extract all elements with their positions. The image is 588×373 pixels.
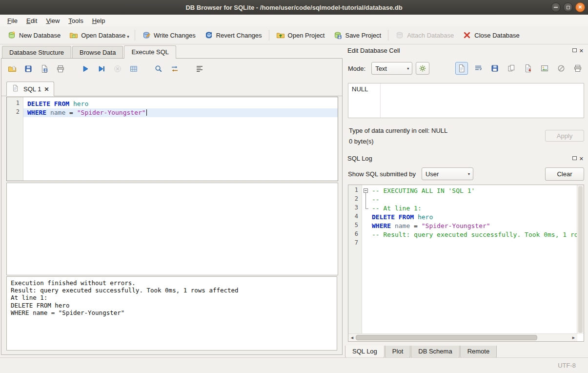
fold-marker[interactable] (362, 186, 369, 195)
scroll-right-icon[interactable] (570, 336, 577, 340)
output-line: DELETE FROM hero (11, 302, 333, 309)
fold-marker (362, 195, 369, 204)
export-button[interactable] (522, 62, 534, 75)
code-token: -- Result: query executed successfully. … (372, 231, 577, 238)
editor-line-gutter: 12 (7, 97, 23, 181)
line-number: 2 (348, 195, 362, 204)
cell-mode-row: Mode: Text (348, 62, 584, 75)
minimize-icon[interactable] (551, 2, 561, 12)
sql-log-view[interactable]: 1234567 -- EXECUTING ALL IN 'SQL 1'---- … (348, 185, 584, 342)
scrollbar-thumb[interactable] (578, 186, 583, 333)
close-database-icon (463, 31, 471, 40)
encoding-indicator[interactable]: UTF-8 (558, 362, 576, 369)
results-grid[interactable] (6, 183, 338, 275)
sql-doc-tab-label: SQL 1 (23, 85, 41, 93)
cell-edit-area[interactable] (381, 83, 584, 118)
open-database-button[interactable]: Open Database (65, 28, 130, 42)
vertical-scrollbar[interactable] (577, 185, 584, 334)
export-icon (524, 64, 532, 73)
set-null-button[interactable] (555, 62, 568, 75)
submitter-select-value: User (426, 170, 439, 178)
sql-doc-tab[interactable]: SQL 1 (6, 82, 54, 96)
sql-editor[interactable]: 12 DELETE FROM heroWHERE name = "Spider-… (6, 97, 338, 181)
edit-cell-header: Edit Database Cell (345, 45, 586, 55)
replace-button[interactable] (169, 63, 181, 75)
toolbar-button-label: Open Database (81, 32, 125, 39)
open-sql-file-icon (8, 64, 17, 73)
clear-button[interactable]: Clear (545, 167, 584, 181)
execute-current-line-icon (97, 64, 106, 73)
fold-marker (362, 222, 369, 230)
horizontal-scrollbar[interactable] (348, 333, 577, 341)
text-mode-button[interactable] (455, 62, 468, 75)
close-dock-icon[interactable] (579, 47, 584, 54)
sql-log-header: SQL Log (345, 153, 586, 163)
save-sql-file-button[interactable] (22, 63, 34, 75)
mode-select[interactable]: Text (371, 62, 412, 75)
open-database-dropdown-arrow[interactable] (127, 30, 132, 40)
cell-action-icons (455, 62, 584, 75)
tab-database-structure[interactable]: Database Structure (2, 46, 71, 58)
menu-help[interactable]: Help (88, 16, 110, 26)
editor-code-area[interactable]: DELETE FROM heroWHERE name = "Spider-You… (23, 97, 338, 181)
print-icon (56, 64, 65, 73)
word-wrap-button[interactable] (472, 62, 485, 75)
find-icon (154, 64, 163, 73)
menu-view[interactable]: View (41, 16, 64, 26)
save-results-button[interactable] (39, 63, 50, 75)
copy-icon (507, 64, 516, 73)
code-token: WHERE (372, 222, 391, 229)
close-icon[interactable] (575, 2, 585, 12)
tab-browse-data[interactable]: Browse Data (72, 46, 123, 58)
window-title: DB Browser for SQLite - /home/user/code/… (185, 4, 402, 11)
format-text-button[interactable] (194, 63, 205, 75)
cell-value-editor[interactable]: NULL (348, 83, 584, 118)
write-changes-button[interactable]: Write Changes (138, 28, 200, 42)
output-line: At line 1: (11, 294, 333, 301)
find-button[interactable] (153, 63, 164, 75)
dock-tab-sql-log[interactable]: SQL Log (345, 346, 385, 358)
output-line: Result: query executed successfully. Too… (11, 287, 333, 294)
save-button[interactable] (488, 62, 501, 75)
maximize-icon[interactable] (563, 2, 573, 12)
execute-all-button[interactable] (80, 63, 91, 75)
submitter-select[interactable]: User (422, 167, 473, 180)
execute-current-line-button[interactable] (96, 63, 107, 75)
cell-settings-button[interactable] (416, 62, 429, 75)
save-results-icon (40, 64, 49, 73)
close-dock-icon[interactable] (579, 155, 584, 162)
menu-edit[interactable]: Edit (22, 16, 41, 26)
line-number: 1 (348, 186, 362, 195)
dock-tab-db-schema[interactable]: DB Schema (411, 346, 459, 358)
undock-icon[interactable] (572, 48, 577, 52)
close-database-button[interactable]: Close Database (458, 28, 524, 42)
cell-value: NULL (348, 83, 381, 118)
print-button[interactable] (55, 63, 66, 75)
close-tab-icon[interactable] (44, 85, 49, 93)
print-button[interactable] (571, 62, 584, 75)
save-project-button[interactable]: Save Project (329, 28, 385, 42)
apply-button: Apply (545, 130, 584, 142)
menu-tools[interactable]: Tools (64, 16, 87, 26)
dock-tab-plot[interactable]: Plot (385, 346, 410, 358)
set-null-icon (557, 64, 566, 73)
revert-changes-button[interactable]: Revert Changes (200, 28, 266, 42)
copy-button[interactable] (505, 62, 518, 75)
open-sql-file-button[interactable] (6, 63, 18, 75)
tab-execute-sql[interactable]: Execute SQL (124, 45, 176, 59)
line-number: 6 (348, 230, 362, 239)
scrollbar-thumb[interactable] (356, 335, 537, 340)
menu-file[interactable]: File (3, 16, 22, 26)
cell-type-info: Type of data currently in cell: NULL (349, 127, 447, 134)
new-database-button[interactable]: New Database (3, 28, 65, 42)
undock-icon[interactable] (572, 156, 577, 160)
execution-output: Execution finished without errors.Result… (6, 276, 337, 351)
image-button[interactable] (538, 62, 551, 75)
export-table-button[interactable] (128, 63, 140, 75)
open-project-button[interactable]: Open Project (272, 28, 329, 42)
right-pane: Edit Database Cell Mode: Text NULL Type … (345, 44, 588, 358)
main-tab-bar: Database StructureBrowse DataExecute SQL (1, 45, 343, 58)
dock-tab-remote[interactable]: Remote (460, 346, 497, 358)
edit-cell-title: Edit Database Cell (347, 47, 400, 54)
scroll-left-icon[interactable] (348, 336, 356, 340)
